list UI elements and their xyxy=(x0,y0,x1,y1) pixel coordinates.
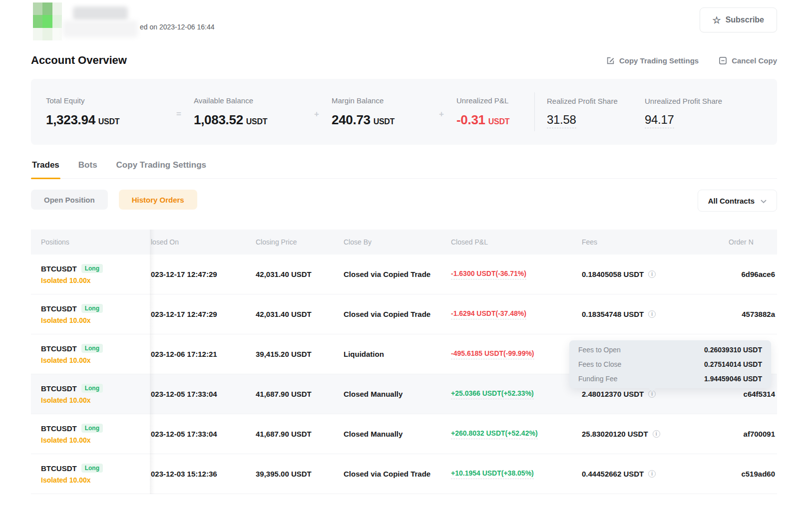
table-row: BTCUSDT Long Isolated 10.00x 023-12-17 1… xyxy=(31,255,777,294)
closed-on-cell: 023-12-06 17:12:21 xyxy=(150,350,255,358)
contracts-dropdown[interactable]: All Contracts xyxy=(698,190,777,212)
margin-leverage-label: Isolated 10.00x xyxy=(41,436,150,444)
closed-pnl-value[interactable]: +25.0366 USDT(+52.33%) xyxy=(451,389,534,399)
table-row: BTCUSDT Long Isolated 10.00x 023-12-03 1… xyxy=(31,454,777,494)
realized-profit-share-value[interactable]: 31.58 xyxy=(547,113,576,128)
side-badge: Long xyxy=(81,384,103,393)
stats-divider xyxy=(534,92,535,131)
closed-pnl-value[interactable]: -1.6294 USDT(-37.48%) xyxy=(451,309,526,319)
subscribe-button[interactable]: ☆ Subscribe xyxy=(700,7,777,32)
close-by-cell: Closed via Copied Trade xyxy=(343,270,450,278)
side-badge: Long xyxy=(81,264,103,273)
positions-cell: BTCUSDT Long Isolated 10.00x xyxy=(31,424,150,444)
stat-realized-profit-share: Realized Profit Share 31.58 xyxy=(547,97,645,127)
tab-trades[interactable]: Trades xyxy=(31,159,60,178)
closed-on-cell: 023-12-03 15:12:36 xyxy=(150,470,255,478)
closed-pnl-value[interactable]: +260.8032 USDT(+52.42%) xyxy=(451,429,538,439)
closed-on-cell: 023-12-17 12:47:29 xyxy=(150,270,255,278)
symbol-label: BTCUSDT xyxy=(41,384,77,393)
order-no-cell: c519ad60 xyxy=(722,470,777,478)
subscribe-label: Subscribe xyxy=(726,15,764,24)
tab-copy-trading-settings[interactable]: Copy Trading Settings xyxy=(115,159,207,178)
side-badge: Long xyxy=(81,344,103,353)
side-badge: Long xyxy=(81,304,103,313)
cancel-copy-label: Cancel Copy xyxy=(732,56,777,65)
symbol-label: BTCUSDT xyxy=(41,344,77,353)
closing-price-cell: 42,031.40 USDT xyxy=(255,310,343,318)
col-fees: Fees xyxy=(581,238,722,246)
margin-leverage-label: Isolated 10.00x xyxy=(41,396,150,404)
col-order-no: Order N xyxy=(722,238,777,246)
open-position-chip[interactable]: Open Position xyxy=(31,190,108,210)
closing-price-cell: 41,687.90 USDT xyxy=(255,390,343,398)
fees-inner: 0.18354748 USDT i xyxy=(582,310,656,318)
closed-pnl-value[interactable]: +10.1954 USDT(+38.05%) xyxy=(451,469,534,479)
trader-subtitle-blurred xyxy=(63,20,138,37)
avatar xyxy=(33,2,62,40)
closed-pnl-value[interactable]: -495.6185 USDT(-99.99%) xyxy=(451,349,534,359)
side-badge: Long xyxy=(81,464,103,473)
fees-inner: 0.18405058 USDT i xyxy=(582,270,656,278)
margin-leverage-label: Isolated 10.00x xyxy=(41,356,150,364)
closed-pnl-cell: -1.6294 USDT(-37.48%) xyxy=(450,309,581,319)
trader-name-blurred xyxy=(73,6,128,20)
stat-unrealized-pnl: Unrealized P&L -0.31USDT xyxy=(456,96,534,128)
table-row: BTCUSDT Long Isolated 10.00x 023-12-17 1… xyxy=(31,294,777,334)
col-closing-price: Closing Price xyxy=(255,238,343,246)
closed-pnl-value[interactable]: -1.6300 USDT(-36.71%) xyxy=(451,269,526,279)
copy-trading-settings-label: Copy Trading Settings xyxy=(619,56,699,65)
star-icon: ☆ xyxy=(713,15,721,25)
filters-row: Open Position History Orders All Contrac… xyxy=(31,190,777,212)
fees-inner: 25.83020120 USDT i xyxy=(582,430,660,438)
info-icon[interactable]: i xyxy=(653,430,660,438)
plus-operator: + xyxy=(302,109,332,119)
symbol-label: BTCUSDT xyxy=(41,464,77,473)
closing-price-cell: 39,415.20 USDT xyxy=(255,350,343,358)
fees-value: 0.18405058 USDT xyxy=(582,270,644,278)
fees-value: 0.18354748 USDT xyxy=(582,310,644,318)
fees-value: 0.44452662 USDT xyxy=(582,470,644,478)
chevron-down-icon xyxy=(761,197,767,205)
closed-pnl-cell: -495.6185 USDT(-99.99%) xyxy=(450,349,581,359)
fees-cell: 25.83020120 USDT i xyxy=(581,430,722,438)
unrealized-profit-share-value[interactable]: 94.17 xyxy=(645,113,674,128)
closed-on-cell: 023-12-05 17:33:04 xyxy=(150,430,255,438)
topbar: ed on 2023-12-06 16:44 ☆ Subscribe xyxy=(31,2,777,41)
copy-trading-settings-link[interactable]: Copy Trading Settings xyxy=(606,56,699,65)
order-no-cell: c64f5314 xyxy=(722,390,777,398)
stat-margin-balance: Margin Balance 240.73USDT xyxy=(332,96,426,128)
cancel-copy-link[interactable]: Cancel Copy xyxy=(719,56,777,65)
tab-bots[interactable]: Bots xyxy=(77,159,98,178)
contracts-dropdown-value: All Contracts xyxy=(708,197,755,205)
overview-actions: Copy Trading Settings Cancel Copy xyxy=(606,56,777,65)
positions-cell: BTCUSDT Long Isolated 10.00x xyxy=(31,464,150,484)
table-header: Positions losed On Closing Price Close B… xyxy=(31,230,777,255)
closing-price-cell: 42,031.40 USDT xyxy=(255,270,343,278)
history-orders-chip[interactable]: History Orders xyxy=(119,190,197,210)
closing-price-cell: 39,395.00 USDT xyxy=(255,470,343,478)
close-by-cell: Closed Manually xyxy=(343,390,450,398)
info-icon[interactable]: i xyxy=(648,270,656,278)
order-no-cell: af700091 xyxy=(722,430,777,438)
side-badge: Long xyxy=(81,424,103,433)
closed-pnl-cell: +10.1954 USDT(+38.05%) xyxy=(450,469,581,479)
info-icon[interactable]: i xyxy=(648,310,656,318)
symbol-label: BTCUSDT xyxy=(41,424,77,433)
closed-pnl-cell: -1.6300 USDT(-36.71%) xyxy=(450,269,581,279)
positions-cell: BTCUSDT Long Isolated 10.00x xyxy=(31,304,150,324)
info-icon[interactable]: i xyxy=(648,470,656,478)
col-closed-on: losed On xyxy=(150,238,255,246)
positions-cell: BTCUSDT Long Isolated 10.00x xyxy=(31,384,150,404)
fees-inner: 0.44452662 USDT i xyxy=(582,470,656,478)
edit-icon xyxy=(606,56,615,65)
main-tabs: Trades Bots Copy Trading Settings xyxy=(31,159,777,179)
closed-on-cell: 023-12-17 12:47:29 xyxy=(150,310,255,318)
closed-pnl-cell: +25.0366 USDT(+52.33%) xyxy=(450,389,581,399)
copied-on-text: ed on 2023-12-06 16:44 xyxy=(140,23,214,31)
closed-pnl-cell: +260.8032 USDT(+52.42%) xyxy=(450,429,581,439)
fees-inner: 2.48012370 USDT i xyxy=(582,390,656,398)
page-title: Account Overview xyxy=(31,54,127,67)
plus-operator: + xyxy=(426,109,456,119)
order-no-cell: 6d96ace6 xyxy=(722,270,777,278)
fees-value: 2.48012370 USDT xyxy=(582,390,644,398)
